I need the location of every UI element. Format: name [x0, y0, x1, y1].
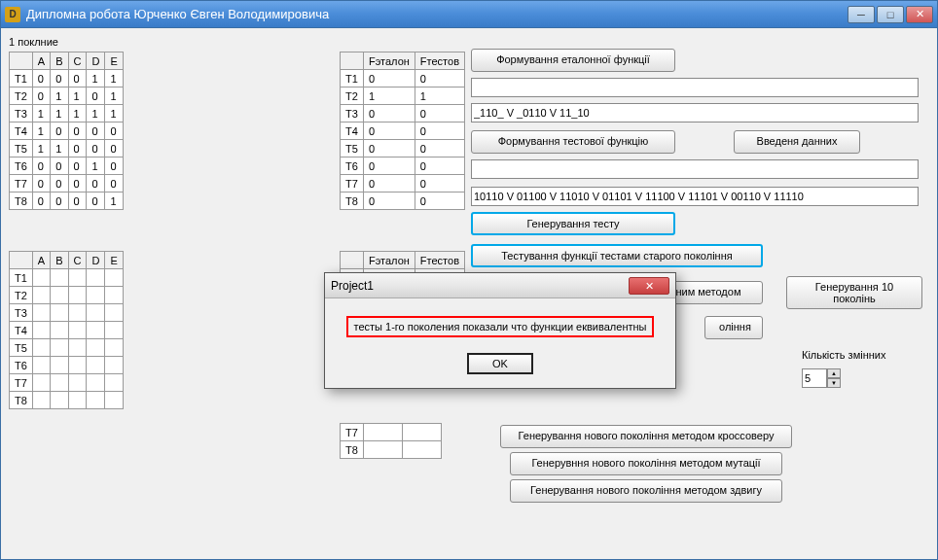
table-row: T201101 — [10, 88, 124, 105]
table-row: T800001 — [10, 192, 124, 210]
titlebar: D Дипломна робота Юрченко Євген Володими… — [1, 1, 937, 28]
gen-mutation-button[interactable]: Генерувння нового покоління методом мута… — [510, 452, 782, 475]
table-row: T8 — [341, 441, 442, 459]
col-header: A — [32, 252, 50, 269]
table-row: T700000 — [10, 175, 124, 192]
col-header: Fтестов — [415, 252, 464, 269]
dialog-title: Project1 — [331, 279, 629, 293]
col-header: C — [68, 252, 87, 269]
col-header: E — [105, 52, 123, 70]
var-count-spinner[interactable]: ▲ ▼ — [802, 368, 841, 388]
table-row: T311111 — [10, 105, 124, 122]
table-row: T2 — [10, 287, 124, 304]
etalon-input[interactable] — [471, 78, 919, 97]
table-row: T6 — [10, 357, 124, 374]
spinner-down-icon[interactable]: ▼ — [827, 378, 841, 388]
test-old-gen-button[interactable]: Тестування функції тестами старого покол… — [471, 244, 763, 267]
table-row: T100011 — [10, 70, 124, 88]
generate-test-button[interactable]: Генерування тесту — [471, 212, 675, 235]
test-formula-input[interactable] — [471, 103, 919, 122]
col-header — [341, 252, 364, 269]
table-row: T700 — [341, 175, 465, 192]
spinner-up-icon[interactable]: ▲ — [827, 368, 841, 378]
table-row: T511000 — [10, 140, 124, 158]
gen-10-button[interactable]: Генерування 10 поколінь — [786, 276, 922, 309]
input-grid-1[interactable]: A B C D E T100011 T201101 T311111 T41000… — [9, 52, 124, 210]
dialog-close-button[interactable]: ✕ — [629, 277, 669, 295]
test-input-2[interactable] — [471, 159, 919, 179]
spinner-value[interactable] — [802, 368, 827, 388]
minimize-button[interactable]: ─ — [848, 6, 875, 23]
col-header: D — [87, 252, 105, 269]
window-title: Дипломна робота Юрченко Євген Володимиро… — [26, 7, 848, 21]
col-header: B — [51, 252, 68, 269]
input-grid-2[interactable]: A B C D E T1 T2 T3 T4 T5 T6 T7 T8 — [9, 251, 124, 409]
col-header: A — [32, 52, 50, 70]
table-row: T4 — [10, 322, 124, 339]
col-header: C — [68, 52, 87, 70]
dialog-ok-button[interactable]: OK — [467, 353, 533, 374]
var-count-label: Кількість змінних — [802, 349, 885, 361]
dialog-titlebar: Project1 ✕ — [325, 273, 675, 298]
hidden-button[interactable]: оління — [704, 316, 763, 339]
table-row: T8 — [10, 392, 124, 409]
table-row: T7 — [10, 374, 124, 392]
table-row: T600010 — [10, 158, 124, 175]
form-etalon-button[interactable]: Формування еталонної функції — [471, 49, 675, 72]
col-header: B — [51, 52, 68, 70]
form-test-button[interactable]: Формування тестової функцію — [471, 130, 675, 154]
table-row: T500 — [341, 140, 465, 158]
close-button[interactable]: ✕ — [906, 6, 933, 23]
table-row: T100 — [341, 70, 465, 88]
table-row: T300 — [341, 105, 465, 122]
dialog-message: тесты 1-го поколения показали что функци… — [346, 316, 655, 337]
table-row: T410000 — [10, 122, 124, 140]
col-header: Fтестов — [415, 52, 464, 70]
col-header: D — [87, 52, 105, 70]
table-row: T3 — [10, 304, 124, 322]
col-header: E — [105, 252, 123, 269]
gen-shift-button[interactable]: Генерування нового покоління методом здв… — [510, 479, 782, 503]
table-row: T5 — [10, 339, 124, 357]
app-icon: D — [5, 7, 20, 22]
table-row: T800 — [341, 192, 465, 210]
col-header: Fэталон — [364, 52, 415, 70]
enter-data-button[interactable]: Введеня данних — [734, 130, 860, 154]
result-grid-1[interactable]: Fэталон Fтестов T100 T211 T300 T400 T500… — [340, 52, 465, 210]
table-row: T600 — [341, 158, 465, 175]
col-header — [10, 52, 33, 70]
maximize-button[interactable]: □ — [877, 6, 904, 23]
col-header — [10, 252, 33, 269]
gen-result-input[interactable] — [471, 187, 919, 206]
table-row: T211 — [341, 88, 465, 105]
result-grid-2b[interactable]: T7 T8 — [340, 423, 442, 459]
col-header — [341, 52, 364, 70]
table-row: T7 — [341, 424, 442, 441]
col-header: Fэталон — [364, 252, 415, 269]
gen-crossover-button[interactable]: Генерування нового покоління методом кро… — [500, 425, 792, 448]
table-row: T1 — [10, 269, 124, 287]
table-row: T400 — [341, 122, 465, 140]
message-dialog: Project1 ✕ тесты 1-го поколения показали… — [324, 272, 676, 389]
